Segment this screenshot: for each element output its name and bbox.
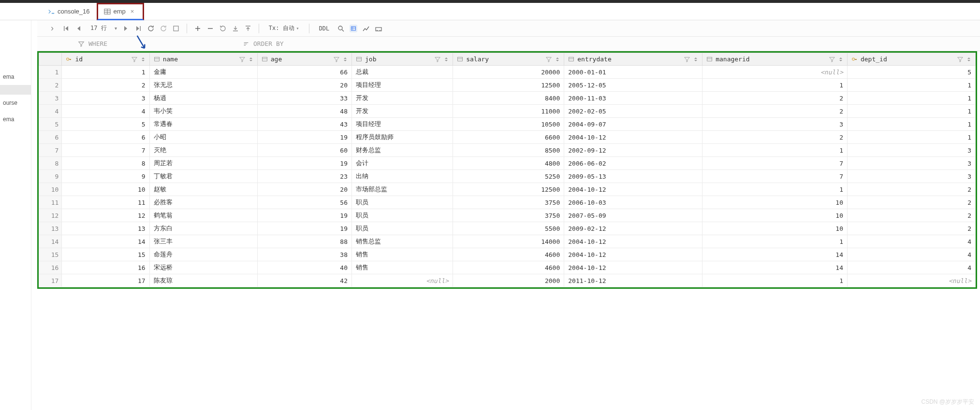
- ddl-button[interactable]: DDL: [316, 25, 333, 32]
- cell-managerid[interactable]: 1: [702, 79, 848, 92]
- table-row[interactable]: 1414张三丰88销售总监140002004-10-1214: [39, 235, 976, 248]
- cell-id[interactable]: 7: [62, 144, 149, 157]
- cell-job[interactable]: <null>: [352, 274, 453, 287]
- cell-id[interactable]: 1: [62, 66, 149, 79]
- cell-age[interactable]: 19: [257, 131, 351, 144]
- cell-dept_id[interactable]: 2: [847, 183, 975, 196]
- cell-name[interactable]: 鹤笔翁: [149, 209, 257, 222]
- cell-entrydate[interactable]: 2004-10-12: [564, 131, 702, 144]
- cell-age[interactable]: 38: [257, 248, 351, 261]
- revert-icon[interactable]: [219, 25, 227, 32]
- cell-job[interactable]: 项目经理: [352, 118, 453, 131]
- cell-managerid[interactable]: 10: [702, 209, 848, 222]
- cell-managerid[interactable]: 2: [702, 105, 848, 118]
- export-icon[interactable]: [375, 25, 382, 32]
- cell-dept_id[interactable]: 2: [847, 209, 975, 222]
- cell-dept_id[interactable]: 2: [847, 222, 975, 235]
- cell-dept_id[interactable]: <null>: [847, 274, 975, 287]
- cell-age[interactable]: 42: [257, 274, 351, 287]
- cell-age[interactable]: 20: [257, 79, 351, 92]
- cell-managerid[interactable]: 1: [702, 235, 848, 248]
- chart-icon[interactable]: [362, 25, 370, 32]
- sidebar-item[interactable]: ema: [0, 69, 31, 85]
- last-page-icon[interactable]: [134, 25, 142, 32]
- cell-age[interactable]: 88: [257, 235, 351, 248]
- cell-name[interactable]: 必胜客: [149, 196, 257, 209]
- reload-icon[interactable]: [147, 25, 155, 32]
- cell-entrydate[interactable]: 2004-10-12: [564, 235, 702, 248]
- cell-id[interactable]: 10: [62, 183, 149, 196]
- cell-age[interactable]: 40: [257, 261, 351, 274]
- add-row-icon[interactable]: [194, 25, 202, 32]
- cell-age[interactable]: 43: [257, 118, 351, 131]
- cell-entrydate[interactable]: 2006-06-02: [564, 157, 702, 170]
- cell-age[interactable]: 20: [257, 183, 351, 196]
- cell-id[interactable]: 2: [62, 79, 149, 92]
- cell-managerid[interactable]: 7: [702, 170, 848, 183]
- cell-salary[interactable]: 8400: [453, 92, 564, 105]
- cell-managerid[interactable]: 10: [702, 222, 848, 235]
- cell-salary[interactable]: 12500: [453, 183, 564, 196]
- row-count[interactable]: 17 行: [88, 24, 110, 32]
- cell-entrydate[interactable]: 2009-05-13: [564, 170, 702, 183]
- first-page-icon[interactable]: [62, 25, 70, 32]
- cell-job[interactable]: 开发: [352, 105, 453, 118]
- cell-managerid[interactable]: 14: [702, 248, 848, 261]
- cell-name[interactable]: 命莲舟: [149, 248, 257, 261]
- cell-age[interactable]: 19: [257, 157, 351, 170]
- delete-row-icon[interactable]: [206, 25, 214, 32]
- cell-managerid[interactable]: 1: [702, 144, 848, 157]
- cell-name[interactable]: 灭绝: [149, 144, 257, 157]
- cell-id[interactable]: 5: [62, 118, 149, 131]
- commit-icon[interactable]: [232, 25, 239, 32]
- cell-entrydate[interactable]: 2004-10-12: [564, 261, 702, 274]
- table-row[interactable]: 33杨逍33开发84002000-11-0321: [39, 92, 976, 105]
- cell-id[interactable]: 8: [62, 157, 149, 170]
- cell-dept_id[interactable]: 5: [847, 66, 975, 79]
- cell-age[interactable]: 19: [257, 222, 351, 235]
- cell-id[interactable]: 17: [62, 274, 149, 287]
- cell-job[interactable]: 出纳: [352, 170, 453, 183]
- cell-name[interactable]: 周芷若: [149, 157, 257, 170]
- cell-name[interactable]: 小昭: [149, 131, 257, 144]
- cell-entrydate[interactable]: 2009-02-12: [564, 222, 702, 235]
- cell-name[interactable]: 张无忌: [149, 79, 257, 92]
- column-header-salary[interactable]: salary: [453, 53, 564, 66]
- cell-dept_id[interactable]: 4: [847, 248, 975, 261]
- cell-entrydate[interactable]: 2004-10-12: [564, 248, 702, 261]
- cell-id[interactable]: 12: [62, 209, 149, 222]
- cell-salary[interactable]: 8500: [453, 144, 564, 157]
- cell-salary[interactable]: 4600: [453, 261, 564, 274]
- cell-entrydate[interactable]: 2000-01-01: [564, 66, 702, 79]
- tx-mode[interactable]: Tx: 自动 ▾: [266, 24, 302, 32]
- column-header-job[interactable]: job: [352, 53, 453, 66]
- cell-age[interactable]: 19: [257, 209, 351, 222]
- cell-dept_id[interactable]: 3: [847, 170, 975, 183]
- cell-entrydate[interactable]: 2002-02-05: [564, 105, 702, 118]
- cell-job[interactable]: 项目经理: [352, 79, 453, 92]
- cell-id[interactable]: 16: [62, 261, 149, 274]
- cell-name[interactable]: 方东白: [149, 222, 257, 235]
- column-header-name[interactable]: name: [149, 53, 257, 66]
- cell-salary[interactable]: 5500: [453, 222, 564, 235]
- cell-dept_id[interactable]: 1: [847, 79, 975, 92]
- cell-salary[interactable]: 4800: [453, 157, 564, 170]
- cell-entrydate[interactable]: 2007-05-09: [564, 209, 702, 222]
- cell-dept_id[interactable]: 3: [847, 157, 975, 170]
- cell-job[interactable]: 销售: [352, 261, 453, 274]
- cell-salary[interactable]: 6600: [453, 131, 564, 144]
- cell-salary[interactable]: 3750: [453, 209, 564, 222]
- rownum-header[interactable]: [39, 53, 62, 66]
- tab-console[interactable]: console_16: [41, 3, 97, 20]
- cell-job[interactable]: 市场部总监: [352, 183, 453, 196]
- cell-job[interactable]: 程序员鼓励师: [352, 131, 453, 144]
- cell-dept_id[interactable]: 4: [847, 261, 975, 274]
- column-header-dept_id[interactable]: dept_id: [847, 53, 975, 66]
- cell-entrydate[interactable]: 2000-11-03: [564, 92, 702, 105]
- cell-managerid[interactable]: 1: [702, 274, 848, 287]
- cell-job[interactable]: 职员: [352, 209, 453, 222]
- cell-job[interactable]: 总裁: [352, 66, 453, 79]
- cell-salary[interactable]: 12500: [453, 79, 564, 92]
- cell-age[interactable]: 33: [257, 92, 351, 105]
- cell-name[interactable]: 张三丰: [149, 235, 257, 248]
